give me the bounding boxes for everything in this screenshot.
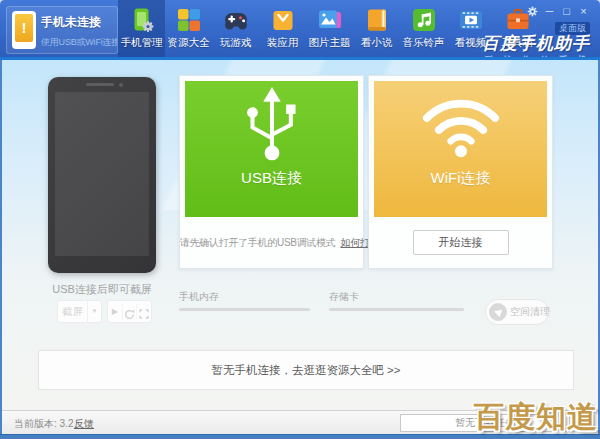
shopping-bag-icon <box>270 7 296 33</box>
usb-connect-area[interactable]: USB连接 <box>185 81 358 217</box>
app-title: 百度手机助手 <box>482 35 590 53</box>
connection-status-title: 手机未连接 <box>41 14 117 31</box>
wifi-card-title: WiFi连接 <box>431 169 491 188</box>
status-bar: 当前版本: 3.2 反馈 暂无下载任务 <box>2 410 598 434</box>
book-icon <box>364 7 390 33</box>
sdcard-storage-bar <box>329 308 464 311</box>
feedback-link[interactable]: 反馈 <box>74 417 94 431</box>
screenshot-button-group: 截屏 ▼ <box>57 300 102 323</box>
alert-exclamation: ! <box>15 14 33 42</box>
tab-label: 音乐铃声 <box>403 36 445 50</box>
video-player-icon <box>458 7 484 33</box>
sdcard-storage-label: 存储卡 <box>329 290 359 304</box>
settings-gear-icon[interactable] <box>524 4 541 18</box>
phone-speaker <box>86 83 114 86</box>
wifi-icon <box>418 81 504 167</box>
refresh-button[interactable] <box>122 304 137 320</box>
usb-card-title: USB连接 <box>241 169 302 188</box>
space-clean-button[interactable]: 空间清理 <box>485 299 549 325</box>
play-button[interactable]: ▶ <box>108 301 122 322</box>
phone-alert-icon: ! <box>12 11 36 49</box>
usb-hint-text: 请先确认打开了手机的USB调试模式 <box>180 237 335 248</box>
tab-label: 手机管理 <box>121 36 163 50</box>
tab-label: 图片主题 <box>309 36 351 50</box>
wifi-start-connect-button[interactable]: 开始连接 <box>413 230 509 255</box>
screenshot-dropdown-icon[interactable]: ▼ <box>87 301 101 322</box>
tab-label: 玩游戏 <box>220 36 252 50</box>
version-label: 当前版本: 3.2 <box>14 417 73 431</box>
fullscreen-button[interactable] <box>136 304 151 319</box>
music-note-icon <box>411 7 437 33</box>
minimize-icon[interactable]: ─ <box>541 4 558 18</box>
connection-status-panel: ! 手机未连接 使用USB或WiFi连接 <box>6 6 118 54</box>
phone-mockup <box>48 77 156 273</box>
tab-label: 装应用 <box>267 36 299 50</box>
tab-label: 资源大全 <box>168 36 210 50</box>
download-status-box[interactable]: 暂无下载任务 <box>400 414 570 432</box>
wifi-connect-card: WiFi连接 开始连接 <box>368 75 553 269</box>
tab-novels[interactable]: 看小说 <box>353 0 400 60</box>
usb-hint-row: 请先确认打开了手机的USB调试模式如何打开 <box>180 236 363 250</box>
phone-screen <box>55 92 149 256</box>
maximize-icon[interactable]: □ <box>558 4 575 18</box>
tab-install-apps[interactable]: 装应用 <box>259 0 306 60</box>
internal-storage-label: 手机内存 <box>179 290 219 304</box>
window-border-bottom <box>0 434 600 439</box>
usb-connect-card: USB连接 请先确认打开了手机的USB调试模式如何打开 <box>179 75 364 269</box>
phone-manage-icon <box>129 7 155 33</box>
close-icon[interactable]: × <box>575 4 592 18</box>
tab-photo-themes[interactable]: 图片主题 <box>306 0 353 60</box>
window-controls: ─ □ × <box>524 4 592 18</box>
phone-camera-dot <box>119 83 123 87</box>
toolbar-tabs: 手机管理 资源大全 <box>118 0 541 60</box>
gamepad-icon <box>223 7 249 33</box>
main-content: USB连接后即可截屏 截屏 ▼ ▶ <box>2 60 598 410</box>
screenshot-caption: USB连接后即可截屏 <box>2 282 202 297</box>
tab-label: 看小说 <box>361 36 393 50</box>
resources-banner-link[interactable]: 暂无手机连接，去逛逛资源大全吧 >> <box>38 350 574 390</box>
tab-resources[interactable]: 资源大全 <box>165 0 212 60</box>
screenshot-button[interactable]: 截屏 <box>58 305 87 319</box>
tab-phone-manage[interactable]: 手机管理 <box>118 0 165 60</box>
resources-grid-icon <box>176 7 202 33</box>
internal-storage-bar <box>179 308 310 311</box>
usb-icon <box>241 81 303 167</box>
toolbar: ! 手机未连接 使用USB或WiFi连接 <box>0 0 600 60</box>
photo-theme-icon <box>317 7 343 33</box>
tab-games[interactable]: 玩游戏 <box>212 0 259 60</box>
tab-music[interactable]: 音乐铃声 <box>400 0 447 60</box>
media-button-group: ▶ <box>107 300 152 323</box>
window-border-left <box>0 60 2 434</box>
wifi-connect-area[interactable]: WiFi连接 <box>374 81 547 217</box>
connection-status-subtitle: 使用USB或WiFi连接 <box>41 36 117 49</box>
app-window: ! 手机未连接 使用USB或WiFi连接 <box>0 0 600 439</box>
clean-rocket-icon <box>489 303 507 321</box>
